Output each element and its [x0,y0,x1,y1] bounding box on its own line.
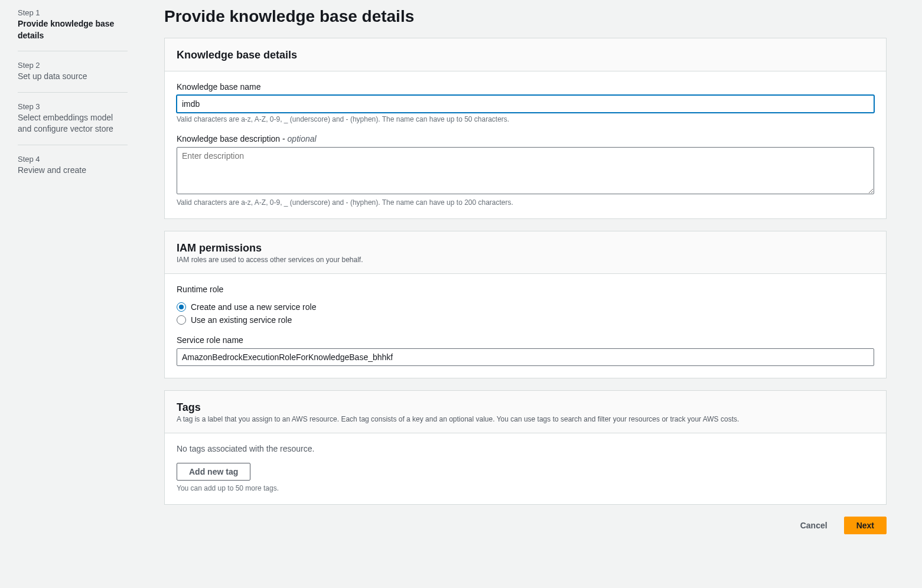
step-number: Step 4 [18,155,128,164]
radio-new-role-row[interactable]: Create and use a new service role [177,302,874,312]
panel-title: Tags [177,401,874,414]
kb-name-hint: Valid characters are a-z, A-Z, 0-9, _ (u… [177,115,874,123]
iam-panel: IAM permissions IAM roles are used to ac… [164,231,887,378]
wizard-step-3[interactable]: Step 3 Select embeddings model and confi… [18,99,128,145]
add-tag-button[interactable]: Add new tag [177,463,250,481]
no-tags-text: No tags associated with the resource. [177,444,874,453]
radio-existing-role-label[interactable]: Use an existing service role [191,315,292,325]
radio-existing-role-row[interactable]: Use an existing service role [177,315,874,325]
panel-title: IAM permissions [177,242,874,254]
footer-actions: Cancel Next [164,517,887,534]
panel-header: Knowledge base details [165,38,886,71]
wizard-steps-sidebar: Step 1 Provide knowledge base details St… [0,5,137,546]
step-title: Select embeddings model and configure ve… [18,112,128,135]
step-title: Set up data source [18,71,128,83]
step-number: Step 2 [18,61,128,70]
radio-new-role[interactable] [177,302,186,312]
radio-new-role-label[interactable]: Create and use a new service role [191,302,316,312]
main-content: Provide knowledge base details Knowledge… [137,5,922,546]
service-role-name-input[interactable] [177,348,874,366]
kb-name-input[interactable] [177,95,874,113]
kb-details-panel: Knowledge base details Knowledge base na… [164,38,887,219]
wizard-step-1[interactable]: Step 1 Provide knowledge base details [18,5,128,51]
radio-existing-role[interactable] [177,315,186,325]
step-title: Provide knowledge base details [18,18,128,41]
kb-desc-label: Knowledge base description - optional [177,134,874,143]
step-number: Step 3 [18,102,128,111]
cancel-button[interactable]: Cancel [790,517,838,534]
tags-panel: Tags A tag is a label that you assign to… [164,390,887,505]
panel-subtitle: A tag is a label that you assign to an A… [177,415,874,423]
wizard-step-4[interactable]: Step 4 Review and create [18,151,128,186]
kb-name-label: Knowledge base name [177,82,874,92]
runtime-role-label: Runtime role [177,285,874,294]
panel-header: Tags A tag is a label that you assign to… [165,391,886,433]
wizard-step-2[interactable]: Step 2 Set up data source [18,57,128,93]
panel-title: Knowledge base details [177,49,874,61]
kb-desc-hint: Valid characters are a-z, A-Z, 0-9, _ (u… [177,198,874,207]
kb-desc-textarea[interactable] [177,147,874,194]
next-button[interactable]: Next [844,517,887,534]
step-number: Step 1 [18,8,128,17]
tags-limit-hint: You can add up to 50 more tags. [177,484,874,492]
panel-subtitle: IAM roles are used to access other servi… [177,256,874,264]
step-title: Review and create [18,165,128,177]
service-role-name-label: Service role name [177,335,874,345]
panel-header: IAM permissions IAM roles are used to ac… [165,231,886,274]
page-title: Provide knowledge base details [164,7,887,26]
